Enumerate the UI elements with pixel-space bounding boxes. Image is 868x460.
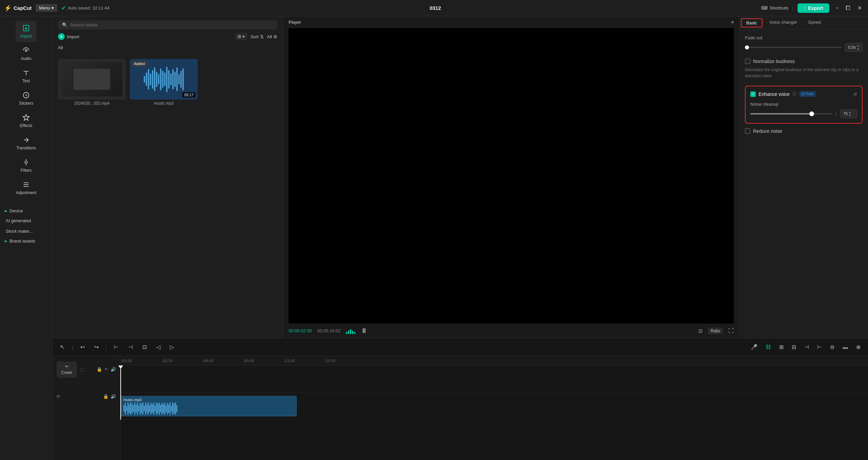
menu-button[interactable]: Menu ▾ (36, 4, 57, 12)
sidebar-item-audio[interactable]: Audio (16, 43, 36, 64)
tl-separator-1 (106, 343, 106, 351)
fit-to-frame-button[interactable]: ⊡ (698, 328, 703, 334)
sidebar-item-text[interactable]: Text (18, 66, 35, 87)
import-button[interactable]: + Import (58, 33, 79, 40)
sidebar-item-transitions-label: Transitions (16, 146, 36, 150)
magnet-button[interactable]: ⊞ (777, 342, 786, 352)
playhead[interactable] (120, 365, 121, 420)
search-bar[interactable]: 🔍 (58, 20, 277, 29)
enhance-voice-checkbox[interactable]: ✓ (750, 91, 756, 97)
sidebar-item-filters[interactable]: Filters (16, 155, 37, 176)
sidebar-item-audio-label: Audio (21, 56, 32, 61)
sidebar-item-adjustment[interactable]: Adjustment (11, 177, 41, 198)
protect-right-button[interactable]: ▷ (168, 342, 176, 352)
sidebar-sub-device[interactable]: ▶ Device (0, 206, 52, 215)
cover-button[interactable]: ✏ Cover (57, 361, 77, 378)
enhance-reset-icon[interactable]: ↺ (853, 91, 857, 97)
track-visibility-button[interactable]: 👁 (104, 367, 108, 372)
redo-button[interactable]: ↪ (92, 342, 101, 352)
reduce-noise-label: Reduce noise (753, 128, 782, 134)
noise-cleanup-value: 75 ▲▼ (840, 109, 857, 118)
search-icon: 🔍 (62, 22, 67, 27)
media-grid: 2024020...352.mp4 Added 05:17 (53, 56, 283, 109)
restore-button[interactable]: ⧠ (843, 4, 853, 12)
delete-button[interactable]: ⊡ (140, 342, 149, 352)
shortcuts-button[interactable]: ⌨ Shortcuts (761, 5, 788, 11)
wave-bars (144, 66, 184, 93)
list-item[interactable]: 2024020...352.mp4 (58, 59, 126, 106)
ruler-mark-3: |09:00 (244, 359, 284, 363)
all-label: All (267, 34, 272, 39)
sidebar-item-filters-label: Filters (21, 168, 32, 173)
audio-volume-button[interactable]: 🔊 (111, 394, 116, 399)
noise-cleanup-spinner[interactable]: ▲▼ (848, 110, 851, 117)
zoom-out-button[interactable]: ⊖ (828, 342, 836, 352)
export-button[interactable]: ↑ Export (797, 3, 829, 13)
reduce-noise-checkbox[interactable] (745, 128, 750, 134)
close-button[interactable]: ✕ (855, 4, 864, 12)
sort-button[interactable]: Sort ⇅ (251, 34, 264, 39)
free-badge-icon: ⓪ (801, 92, 805, 96)
list-item[interactable]: Added 05:17 music.mp3 (130, 59, 198, 106)
minimize-button[interactable]: − (833, 4, 841, 12)
track-volume-button[interactable]: 🔊 (111, 367, 116, 372)
view-chevron-icon: ▾ (242, 34, 244, 39)
enhance-info-icon[interactable]: ⓘ (792, 91, 796, 97)
right-panel-content: Fade out 0.0s ▲▼ (739, 30, 868, 338)
all-filter-button[interactable]: All ⚙ (267, 34, 277, 39)
fullscreen-button[interactable]: ⛶ (728, 328, 734, 334)
zoom-in-button[interactable]: ▬ (841, 343, 850, 352)
track-lock-button[interactable]: 🔒 (97, 367, 102, 372)
tab-speed[interactable]: Speed (803, 16, 826, 29)
sidebar-sub-brand-assets[interactable]: ▶ Brand assets (0, 236, 52, 246)
noise-cleanup-track[interactable] (750, 113, 832, 114)
sidebar-item-effects[interactable]: Effects (15, 110, 37, 131)
tracks-area: music.mp3 (120, 365, 868, 420)
media-item-name-video: 2024020...352.mp4 (58, 101, 126, 106)
audio-lock-button[interactable]: 🔒 (103, 394, 108, 399)
align-left-button[interactable]: ⊣ (802, 342, 811, 352)
playhead-arrow (118, 365, 123, 369)
media-item-name-audio: music.mp3 (130, 101, 198, 106)
fade-out-spinner[interactable]: ▲▼ (856, 44, 860, 51)
sidebar-item-stickers-label: Stickers (19, 101, 34, 106)
mic-button[interactable]: 🎤 (749, 342, 760, 352)
player-menu-icon[interactable]: ≡ (731, 20, 734, 25)
media-thumb-video (58, 59, 126, 100)
ratio-button[interactable]: Ratio (708, 328, 723, 334)
normalize-checkbox[interactable] (745, 59, 750, 64)
device-label: Device (9, 208, 23, 213)
fit-timeline-button[interactable]: ⊕ (854, 342, 863, 352)
timeline-right-controls: 🎤 ⛓ ⊞ ⊟ ⊣ ⊢ ⊖ ▬ ⊕ (749, 342, 863, 352)
split-audio-button[interactable]: ⊣ (126, 342, 135, 352)
tl-tool-divider: | (72, 344, 73, 350)
sidebar-sub-stock-material[interactable]: Stock mater... (0, 226, 52, 236)
subtitle-button[interactable]: ⊢ (815, 342, 824, 352)
search-input[interactable] (70, 22, 273, 27)
view-toggle[interactable]: ⊞ ▾ (235, 33, 247, 40)
sidebar-item-transitions[interactable]: Transitions (12, 133, 41, 154)
link-clip-button[interactable]: ⛓ (764, 343, 773, 352)
play-pause-button[interactable]: ⏸ (361, 327, 368, 335)
fade-out-slider-row: 0.0s ▲▼ (745, 43, 863, 52)
protect-left-button[interactable]: ◁ (154, 342, 162, 352)
timeline-content: ✏ Cover ⬚ 🔒 👁 🔊 (53, 356, 868, 460)
sidebar-sub-ai-generated[interactable]: AI generated (0, 215, 52, 226)
undo-button[interactable]: ↩ (78, 342, 87, 352)
fade-out-section: Fade out 0.0s ▲▼ (745, 35, 863, 52)
autosave-check-icon: ✔ (61, 5, 66, 11)
normalize-description: Normalize the original loudness of the s… (745, 67, 863, 79)
connect-button[interactable]: ⊟ (790, 342, 798, 352)
sidebar-item-import[interactable]: Import (16, 21, 37, 42)
noise-cleanup-value-text: 75 (843, 111, 848, 116)
select-tool-button[interactable]: ↖ (58, 342, 66, 352)
audio-clip[interactable]: music.mp3 (120, 396, 297, 416)
split-button[interactable]: ⊢ (112, 342, 121, 352)
sidebar-item-stickers[interactable]: Stickers (14, 88, 38, 109)
all-heading: All (58, 44, 277, 51)
logo-text: CapCut (14, 5, 32, 11)
tab-basic[interactable]: Basic (741, 18, 763, 27)
fade-out-track[interactable] (745, 47, 842, 48)
sidebar-item-effects-label: Effects (20, 123, 32, 128)
tab-voice-changer[interactable]: Voice changer (764, 16, 803, 29)
